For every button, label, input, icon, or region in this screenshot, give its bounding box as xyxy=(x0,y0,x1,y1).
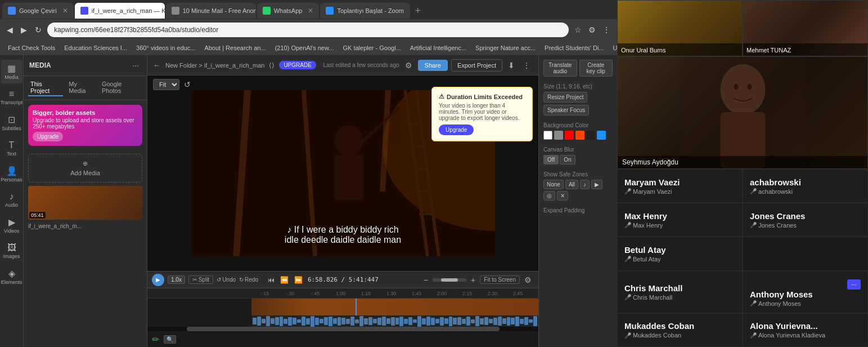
blur-toggle-group: Off On xyxy=(543,155,613,164)
tab-close-whatsapp[interactable]: ✕ xyxy=(308,7,313,15)
resize-project-btn[interactable]: Resize Project xyxy=(543,92,587,103)
bookmark-10[interactable]: UCI Machine Learni... xyxy=(610,43,617,52)
redo-button[interactable]: ↻ Redo xyxy=(239,277,258,283)
bookmark-6[interactable]: GK talepler - Googl... xyxy=(339,43,404,52)
zoom-slider-thumb xyxy=(441,278,458,282)
blur-on-btn[interactable]: On xyxy=(560,155,575,164)
bookmark-btn[interactable]: ☆ xyxy=(572,24,584,35)
tab-10min[interactable]: 10 Minute Mail - Free Anony... ✕ xyxy=(166,3,256,19)
tab-kapwing[interactable]: if_i_were_a_rich_man — Kapwi... ✕ xyxy=(75,3,165,19)
safe-zone-tiktok[interactable]: ♪ xyxy=(580,180,590,189)
frame-forward-btn[interactable]: ⏩ xyxy=(293,276,304,284)
forward-button[interactable]: ▶ xyxy=(19,24,29,35)
export-button[interactable]: Export Project xyxy=(451,59,502,72)
pen-tool-icon[interactable]: ✏ xyxy=(152,334,159,345)
translate-audio-btn[interactable]: Translate audio xyxy=(543,60,577,77)
play-button[interactable]: ▶ xyxy=(152,274,164,286)
timeline-settings-btn[interactable]: ⚙ xyxy=(522,274,534,286)
color-swatch-blue[interactable] xyxy=(597,131,606,140)
sidebar-item-videos[interactable]: ▶ Videos xyxy=(1,213,23,237)
speaker-focus-btn[interactable]: Speaker Focus xyxy=(543,105,589,115)
sidebar-item-images[interactable]: 🖼 Images xyxy=(1,239,23,263)
speed-chip[interactable]: 1.0x xyxy=(168,275,185,284)
timeline-scrollbar[interactable] xyxy=(147,327,538,331)
create-key-clip-btn[interactable]: Create key clip xyxy=(579,60,613,77)
bookmark-7[interactable]: Artificial Intelligenc... xyxy=(407,43,470,52)
more-options-btn[interactable]: ⋮ xyxy=(520,60,533,71)
upgrade-banner-btn[interactable]: Upgrade xyxy=(33,132,63,141)
timeline-track[interactable] xyxy=(251,299,538,315)
bookmark-2[interactable]: Education Sciences I... xyxy=(61,43,131,52)
zoom-bottom-btn[interactable]: 🔍 xyxy=(164,335,176,344)
sidebar-item-elements[interactable]: ◈ Elements xyxy=(1,265,23,288)
safe-zone-none[interactable]: None xyxy=(543,180,564,189)
seyhmus-name: Seyhmus Aydoğdu xyxy=(622,158,678,166)
waveform-bar xyxy=(413,319,417,323)
bookmark-1[interactable]: Fact Check Tools xyxy=(5,43,59,52)
reset-zoom-btn[interactable]: ↺ xyxy=(182,79,193,90)
thumb-name: if_i_were_a_rich_m... xyxy=(24,222,147,230)
sidebar-item-personas[interactable]: 👤 Personas xyxy=(1,162,23,186)
address-input[interactable] xyxy=(47,23,569,37)
media-more-btn[interactable]: ··· xyxy=(130,60,141,71)
color-swatch-white[interactable] xyxy=(543,131,552,140)
tab-zoom[interactable]: Toplantıyı Başlat - Zoom ✕ xyxy=(320,3,410,19)
more-btn-anthony[interactable]: ··· xyxy=(847,279,861,290)
sidebar-item-subtitles[interactable]: ⊡ Subtitles xyxy=(1,111,23,135)
ruler-mark-11: 3:00 xyxy=(530,291,538,296)
anthony-mic-icon: 🎤 xyxy=(750,300,757,306)
video-container: Fit ↺ xyxy=(147,75,538,271)
menu-btn[interactable]: ⋮ xyxy=(600,24,613,35)
sidebar-item-audio[interactable]: ♪ Audio xyxy=(1,188,23,211)
safe-zone-all[interactable]: All xyxy=(565,180,578,189)
upgrade-chip[interactable]: UPGRADE xyxy=(279,61,316,69)
achabrowski-mic-icon: 🎤 xyxy=(750,188,757,194)
waveform-track[interactable] xyxy=(251,315,538,327)
color-swatch-orange[interactable] xyxy=(575,131,584,140)
frame-back-btn[interactable]: ⏪ xyxy=(278,276,290,284)
fit-select[interactable]: Fit xyxy=(153,79,179,90)
add-media-button[interactable]: ⊕ Add Media xyxy=(28,154,142,183)
split-button[interactable]: ✂ Split xyxy=(188,275,213,284)
blur-off-btn[interactable]: Off xyxy=(543,155,559,164)
zoom-in-btn[interactable]: + xyxy=(469,274,478,286)
tab-close-btn[interactable]: ✕ xyxy=(62,7,68,15)
reload-button[interactable]: ↻ xyxy=(33,24,44,35)
undo-button[interactable]: ↺ Undo xyxy=(217,277,236,283)
jones-display-name: Jones Cranes xyxy=(750,211,861,221)
bookmark-4[interactable]: About | Research an... xyxy=(201,43,269,52)
share-button[interactable]: Share xyxy=(418,60,448,71)
media-thumbnail[interactable]: 05:41 xyxy=(28,186,142,220)
bookmark-9[interactable]: Predict Students' Di... xyxy=(541,43,607,52)
media-tab-google[interactable]: Google Photos xyxy=(100,79,142,96)
color-swatch-gray[interactable] xyxy=(554,131,563,140)
safe-zone-instagram[interactable]: ◎ xyxy=(543,191,555,201)
bookmark-3[interactable]: 360° videos in educ... xyxy=(133,43,199,52)
back-button[interactable]: ◀ xyxy=(5,24,15,35)
safe-zone-youtube[interactable]: ▶ xyxy=(591,180,602,189)
waveform-bar xyxy=(422,318,426,324)
bookmark-8[interactable]: Springer Nature acc... xyxy=(472,43,539,52)
tab-google-translate[interactable]: Google Çeviri ✕ xyxy=(2,3,74,19)
tab-favicon-zoom xyxy=(326,7,334,15)
current-time: 6:58.826 xyxy=(308,276,338,283)
media-tab-my[interactable]: My Media xyxy=(66,79,96,96)
media-tab-project[interactable]: This Project xyxy=(28,79,63,96)
tab-close-zoom[interactable]: ✕ xyxy=(410,7,410,15)
fit-screen-btn[interactable]: Fit to Screen xyxy=(480,275,520,284)
bookmark-5[interactable]: (210) OpenAl's new... xyxy=(272,43,338,52)
new-tab-button[interactable]: + xyxy=(411,5,424,17)
zoom-out-btn[interactable]: − xyxy=(421,274,430,286)
sidebar-item-media[interactable]: ▦ Media xyxy=(1,60,23,83)
tab-whatsapp[interactable]: WhatsApp ✕ xyxy=(257,3,320,19)
download-btn[interactable]: ⬇ xyxy=(506,60,517,71)
skip-back-btn[interactable]: ⏮ xyxy=(266,276,276,284)
sidebar-item-transcript[interactable]: ≡ Transcript xyxy=(1,86,23,109)
settings-btn[interactable]: ⚙ xyxy=(403,60,415,71)
duration-upgrade-btn[interactable]: Upgrade xyxy=(439,124,474,135)
safe-zone-twitter[interactable]: ✕ xyxy=(557,191,568,201)
color-swatch-red[interactable] xyxy=(565,131,574,140)
color-swatch-dark[interactable] xyxy=(586,131,595,140)
extensions-btn[interactable]: ⚙ xyxy=(586,24,598,35)
sidebar-item-text[interactable]: T Text xyxy=(1,137,23,160)
